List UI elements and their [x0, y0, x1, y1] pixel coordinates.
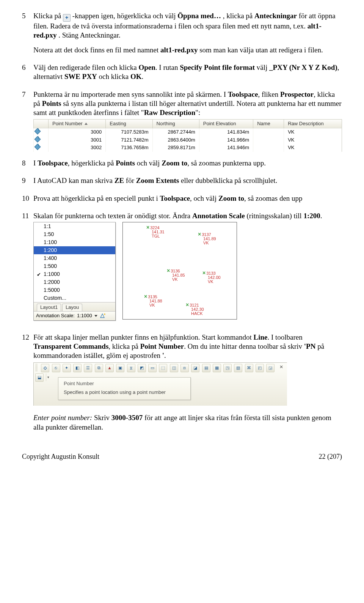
toolbar-btn[interactable]: ⬓	[35, 373, 44, 382]
annotation-scale-value[interactable]: 1:1000	[77, 313, 92, 319]
text: . Stäng Anteckningar.	[58, 31, 121, 39]
toolbar-btn[interactable]: ⧈	[180, 364, 189, 372]
toolbar-btn[interactable]: ⬚	[159, 364, 167, 372]
scale-option[interactable]: 1:100	[34, 238, 115, 246]
scale-option[interactable]: 1:500	[34, 262, 115, 270]
scale-label: 1:1000	[44, 271, 60, 277]
col-name[interactable]: Name	[253, 119, 284, 128]
bold: _PXY (Nr X Y Z Kod)	[269, 63, 337, 71]
tab-layout1[interactable]: Layout1	[37, 304, 61, 311]
cell-elevation: 141.966m	[199, 136, 253, 144]
toolbar-btn[interactable]: ▧	[234, 364, 242, 372]
step-num: 7	[22, 90, 33, 152]
text: eller dubbelklicka på scrollhjulet.	[179, 176, 277, 184]
text: , så zoomas punkterna upp.	[187, 159, 266, 167]
bold: Points	[42, 99, 61, 107]
toolbar-btn[interactable]: ▭	[148, 364, 157, 372]
bold: Specify Point file format	[180, 63, 255, 71]
toolbar-btn[interactable]: ⌘	[245, 364, 253, 372]
toolbar-btn[interactable]: ⎋	[52, 364, 60, 372]
scale-option[interactable]: ✔1:1000	[34, 270, 115, 278]
toolbar-btn[interactable]: ◧	[73, 364, 82, 372]
dropdown-icon[interactable]	[94, 315, 97, 317]
toolbar-btn[interactable]: ▦	[213, 364, 221, 372]
col-point-number[interactable]: Point Number	[49, 119, 106, 128]
tooltip-title: Point Number	[64, 381, 185, 387]
col-elevation[interactable]: Point Elevation	[199, 119, 253, 128]
toolbar-btn[interactable]: ◫	[170, 364, 178, 372]
toolbar-close-icon[interactable]: ✕	[278, 364, 285, 371]
step-num: 11	[22, 211, 33, 326]
footer-right: 22 (207)	[319, 452, 342, 461]
toolbar-overflow[interactable]: ▾	[46, 373, 50, 381]
text: och klicka	[97, 72, 130, 80]
text: .	[142, 72, 144, 80]
point-marker-icon	[35, 136, 41, 142]
scale-label: 1:2000	[44, 279, 60, 285]
toolbar-btn[interactable]: ◪	[191, 364, 199, 372]
transparent-commands-toolbar: ◇ ⎋ ✦ ◧ ☰ ⧉ ▲ ▣ ⧖ ◩ ▭ ⬚ ◫ ⧈ ◪ ▤ ▦ ◳ ▧ ⌘ …	[33, 362, 287, 406]
bold: OK	[130, 72, 142, 80]
step-body: För att skapa linjer mellan punkter finn…	[33, 333, 342, 434]
cell-easting: 7136.7658m	[106, 144, 152, 152]
step-num: 5	[22, 11, 33, 56]
cell-easting: 7107.5283m	[106, 128, 152, 136]
step-10: 10 Prova att högerklicka på en speciell …	[22, 194, 342, 205]
scale-option[interactable]: 1:400	[34, 254, 115, 262]
table-row[interactable]: 30017121.7482m2863.6400m141.966mVK	[34, 136, 342, 144]
tooltip: Point Number Specifies a point location …	[58, 377, 191, 400]
map-point: ×3137141.89VK	[198, 232, 216, 245]
map-point-code: VK	[149, 303, 155, 307]
text: , och välj	[190, 194, 218, 202]
scale-option[interactable]: 1:1	[34, 222, 115, 230]
table-row[interactable]: 30007107.5283m2867.2744m141.834mVK	[34, 128, 342, 136]
toolbar-btn[interactable]: ◩	[138, 364, 146, 372]
cell-raw-desc: VK	[284, 136, 342, 144]
scale-option[interactable]: 1:50	[34, 230, 115, 238]
annotation-scale-icon[interactable]	[100, 313, 106, 319]
text: som man kan välja utan att redigera i fi…	[199, 46, 323, 54]
text: ":	[195, 109, 200, 117]
table-row[interactable]: 30027136.7658m2859.8171m141.946mVK	[34, 144, 342, 152]
toolbar-btn[interactable]: ◰	[256, 364, 264, 372]
step-num: 6	[22, 63, 33, 83]
toolbar-btn[interactable]: ◇	[41, 364, 49, 372]
col-easting[interactable]: Easting	[106, 119, 152, 128]
bold: SWE PXY	[64, 72, 97, 80]
scale-option[interactable]: 1:5000	[34, 286, 115, 294]
toolbar-grip[interactable]	[35, 364, 38, 372]
cross-icon: ×	[146, 225, 149, 230]
cell-point-number: 3002	[49, 144, 106, 152]
toolbar-btn[interactable]: ▲	[105, 364, 114, 372]
col-raw-desc[interactable]: Raw Description	[284, 119, 342, 128]
toolbar-btn[interactable]: ◲	[266, 364, 275, 372]
cell-elevation: 141.946m	[199, 144, 253, 152]
col-northing[interactable]: Northing	[152, 119, 199, 128]
step-6: 6 Välj den redigerade filen och klicka O…	[22, 63, 342, 83]
cross-icon: ×	[144, 294, 147, 299]
scale-label: 1:50	[44, 231, 54, 237]
toolbar-btn[interactable]: ⧉	[95, 364, 103, 372]
toolbar-btn-point-number[interactable]: ✦	[63, 364, 71, 372]
scale-list[interactable]: 1:11:501:1001:2001:4001:500✔1:10001:2000…	[34, 222, 115, 302]
step-num: 12	[22, 333, 33, 434]
scale-label: 1:400	[44, 255, 57, 261]
text: välj	[255, 63, 269, 71]
toolbar-btn[interactable]: ◳	[223, 364, 232, 372]
step-5: 5 Klicka på + -knappen igen, högerklicka…	[22, 11, 342, 56]
cell-raw-desc: VK	[284, 144, 342, 152]
bold: Zoom Extents	[136, 176, 179, 184]
scale-option[interactable]: 1:200	[34, 246, 115, 254]
step-9: 9 I AutoCAD kan man skriva ZE för Zoom E…	[22, 176, 342, 187]
scale-label: 1:5000	[44, 287, 60, 293]
step-body: Skalan för punkterna och texten är onödi…	[33, 211, 342, 326]
toolbar-btn[interactable]: ▤	[202, 364, 210, 372]
tooltip-body: Specifies a point location using a point…	[64, 389, 185, 396]
scale-option[interactable]: Custom...	[34, 294, 115, 302]
scale-option[interactable]: 1:2000	[34, 278, 115, 286]
tab-layout2[interactable]: Layou	[62, 304, 82, 311]
bold: Point Number	[140, 342, 184, 350]
toolbar-btn[interactable]: ▣	[116, 364, 124, 372]
toolbar-btn[interactable]: ☰	[84, 364, 92, 372]
toolbar-btn[interactable]: ⧖	[127, 364, 135, 372]
